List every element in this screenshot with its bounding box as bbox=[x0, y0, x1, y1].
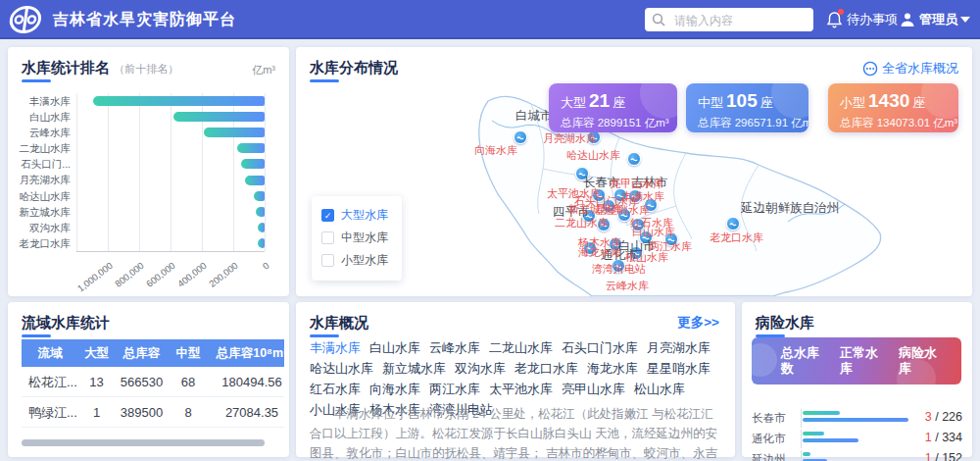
table-cell: 8 bbox=[169, 397, 208, 428]
table-row[interactable]: 松花江...1356653068180494.56 bbox=[22, 367, 284, 397]
reservoir-link[interactable]: 两江水库 bbox=[429, 382, 480, 396]
water-drop-icon[interactable] bbox=[627, 152, 641, 166]
reservoir-link[interactable]: 双沟水库 bbox=[455, 361, 506, 376]
user-menu[interactable]: 管理员 bbox=[919, 0, 957, 39]
checkbox[interactable]: ✓ bbox=[321, 209, 334, 222]
search-icon bbox=[652, 13, 665, 26]
user-icon[interactable] bbox=[900, 0, 915, 39]
chart-gridline bbox=[265, 93, 266, 251]
bar-category-label: 哈达山水库 bbox=[8, 188, 71, 204]
checkbox[interactable] bbox=[321, 254, 334, 267]
total-count: / 226 bbox=[932, 410, 962, 424]
reservoir-link[interactable]: 老龙口水库 bbox=[514, 361, 578, 376]
capacity-bar bbox=[237, 143, 265, 153]
bar-category-label: 二龙山水库 bbox=[8, 140, 71, 156]
search-input[interactable] bbox=[672, 10, 811, 31]
filter-checkbox-row[interactable]: 中型水库 bbox=[321, 227, 392, 249]
reservoir-overview-panel: 水库概况 更多>> 丰满水库白山水库云峰水库二龙山水库石头口门水库月亮湖水库哈达… bbox=[296, 302, 735, 457]
stat-count: 21 bbox=[589, 90, 610, 111]
horizontal-scrollbar[interactable] bbox=[22, 439, 265, 446]
sick-header-banner: 总水库数正常水库病险水库 bbox=[752, 337, 961, 384]
map-reservoir-label[interactable]: 老龙口水库 bbox=[710, 230, 763, 245]
reservoir-link[interactable]: 红石水库 bbox=[310, 382, 361, 396]
map-reservoir-label[interactable]: 月亮湖水库 bbox=[543, 131, 597, 146]
sick-value: 1 / 334 bbox=[925, 431, 962, 444]
sick-city-row: 长春市3 / 226 bbox=[750, 408, 964, 429]
basin-panel: 流域水库统计 流域大型总库容中型总库容10⁸m³松花江...1356653068… bbox=[8, 302, 289, 457]
map-reservoir-label[interactable]: 湾湾川电站 bbox=[592, 262, 646, 277]
table-header-cell: 大型 bbox=[78, 339, 115, 367]
reservoir-link[interactable]: 月亮湖水库 bbox=[647, 340, 710, 355]
capacity-bar bbox=[256, 207, 265, 217]
map-reservoir-label[interactable]: 向海水库 bbox=[474, 143, 517, 158]
reservoir-link[interactable]: 星星哨水库 bbox=[647, 361, 710, 376]
filter-checkbox-row[interactable]: ✓大型水库 bbox=[321, 204, 392, 227]
chart-gridline bbox=[76, 93, 77, 251]
title-underline bbox=[22, 334, 51, 337]
map-reservoir-label[interactable]: 海龙水库 bbox=[578, 245, 621, 260]
checkbox[interactable] bbox=[321, 231, 334, 244]
chart-gridline bbox=[139, 93, 140, 251]
table-cell: 1 bbox=[78, 397, 115, 428]
sick-city-row: 通化市1 / 334 bbox=[750, 429, 964, 449]
search-box[interactable] bbox=[645, 8, 813, 31]
map-reservoir-label[interactable]: 二龙山水库 bbox=[555, 216, 609, 230]
reservoir-link[interactable]: 石头口门水库 bbox=[562, 340, 638, 355]
table-header-cell: 总库容 bbox=[115, 339, 169, 367]
reservoir-link[interactable]: 二龙山水库 bbox=[489, 340, 553, 355]
map-reservoir-label[interactable]: 白山水库 bbox=[632, 225, 675, 239]
table-row-partial bbox=[22, 428, 284, 434]
reservoir-link[interactable]: 丰满水库 bbox=[310, 340, 361, 355]
reservoir-description: 丰满水库位于吉林市东南 24 公里处，松花江（此处指嫩江 与松花江汇合口以上江段… bbox=[310, 404, 723, 461]
rank-chart-axis: 1,000,000800,000600,000400,000200,0000 bbox=[76, 255, 265, 288]
stat-capacity: 总库容 134073.01 亿m³ bbox=[840, 116, 947, 130]
stat-type-label: 小型 bbox=[840, 95, 865, 110]
sick-value: 1 / 152 bbox=[925, 451, 962, 461]
stat-count: 1430 bbox=[868, 90, 909, 111]
sick-reservoir-panel: 病险水库 总水库数正常水库病险水库 长春市3 / 226通化市1 / 334延边… bbox=[742, 302, 972, 457]
chevron-down-icon[interactable] bbox=[960, 0, 970, 39]
filter-label: 大型水库 bbox=[341, 207, 388, 224]
map-filter-card: ✓大型水库中型水库小型水库 bbox=[312, 196, 402, 281]
todo-label[interactable]: 待办事项 bbox=[847, 0, 898, 39]
reservoir-link[interactable]: 亮甲山水库 bbox=[562, 382, 625, 396]
capacity-bar bbox=[173, 112, 265, 122]
filter-label: 中型水库 bbox=[341, 230, 388, 246]
reservoir-link[interactable]: 松山水库 bbox=[634, 382, 685, 396]
reservoir-link[interactable]: 向海水库 bbox=[369, 382, 420, 396]
reservoir-link[interactable]: 太平池水库 bbox=[489, 382, 553, 396]
stat-card: 中型105座总库容 296571.91 亿m³ bbox=[686, 83, 808, 132]
reservoir-link[interactable]: 云峰水库 bbox=[429, 340, 480, 355]
filter-checkbox-row[interactable]: 小型水库 bbox=[321, 249, 392, 272]
rank-panel: 水库统计排名 （前十排名） 亿m³ 丰满水库白山水库云峰水库二龙山水库石头口门.… bbox=[8, 47, 289, 296]
stat-count-unit: 座 bbox=[612, 95, 625, 110]
app-logo-icon bbox=[8, 5, 43, 34]
map-reservoir-label[interactable]: 哈达山水库 bbox=[566, 148, 620, 163]
notification-bell[interactable] bbox=[826, 0, 843, 39]
total-count: / 334 bbox=[932, 431, 962, 444]
bar-category-label: 丰满水库 bbox=[8, 93, 71, 109]
capacity-bar bbox=[241, 159, 265, 169]
stat-type-label: 中型 bbox=[698, 95, 723, 110]
water-drop-icon[interactable] bbox=[726, 217, 740, 230]
sick-city-row: 延边州1 / 152 bbox=[750, 449, 964, 461]
sick-bar-teal bbox=[803, 432, 824, 435]
header-bar: 吉林省水旱灾害防御平台 待办事项 管理员 bbox=[0, 0, 980, 39]
water-drop-icon[interactable] bbox=[514, 130, 527, 144]
reservoir-link[interactable]: 哈达山水库 bbox=[310, 361, 373, 376]
bar-category-label: 白山水库 bbox=[8, 109, 71, 125]
reservoir-link[interactable]: 新立城水库 bbox=[382, 361, 446, 376]
map-reservoir-label[interactable]: 云峰水库 bbox=[606, 279, 649, 293]
table-header-cell: 总库容10⁸m³ bbox=[208, 339, 284, 367]
map-city-label: 延边朝鲜族自治州 bbox=[741, 200, 839, 217]
more-link[interactable]: 更多>> bbox=[677, 314, 719, 332]
sick-bars bbox=[801, 430, 858, 448]
panel-title: 流域水库统计 bbox=[22, 314, 110, 333]
table-row[interactable]: 鸭绿江...1389500827084.35 bbox=[22, 397, 284, 428]
reservoir-link[interactable]: 海龙水库 bbox=[587, 361, 638, 376]
panel-title: 病险水库 bbox=[756, 314, 814, 333]
stat-count-unit: 座 bbox=[912, 95, 925, 110]
sick-value: 3 / 226 bbox=[925, 410, 962, 424]
table-header-row: 流域大型总库容中型总库容10⁸m³ bbox=[22, 339, 284, 367]
reservoir-link[interactable]: 白山水库 bbox=[369, 340, 420, 355]
